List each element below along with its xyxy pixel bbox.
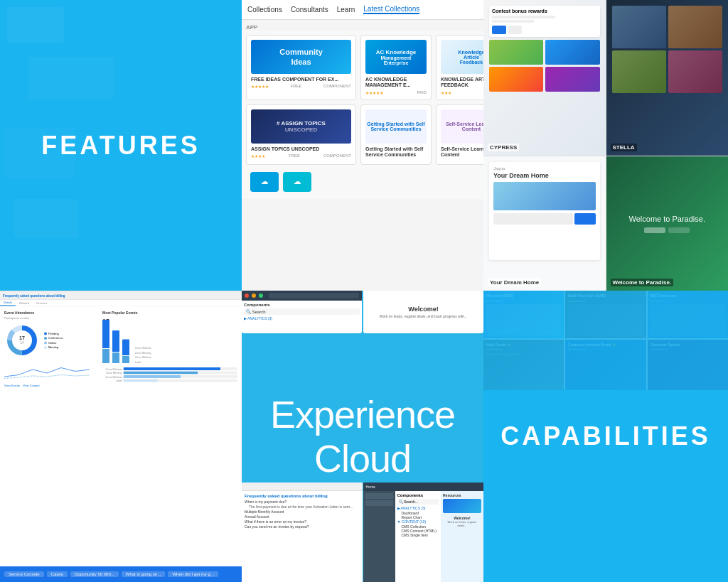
card-ka-stars: ★★★: [441, 90, 451, 95]
donut-legend: Pending Conference Online Meeting: [44, 332, 63, 349]
card-self-service[interactable]: Self-Service Learning Content Self-Servi…: [436, 104, 483, 165]
chart-subtitle: Participants number: [4, 317, 97, 320]
cell-features: FEATURES: [0, 0, 242, 291]
service-console-bar: Service Console Cases Opportunity 50 000…: [0, 566, 242, 582]
view-content-btn[interactable]: View Content: [23, 384, 40, 387]
analytics-scaled: Frequently asked questions about billing…: [0, 291, 242, 437]
card-gs-img: Getting Started with Self Service Commun…: [365, 109, 427, 144]
card-ka-meta: ★★★ FREE: [441, 90, 483, 95]
sf-logo-2: ☁: [283, 172, 311, 192]
svg-text:17: 17: [19, 335, 25, 340]
features-label: FEATURES: [41, 131, 200, 161]
card-at-stars: ★★★★: [251, 153, 265, 158]
chart-title: Event Attendance: [4, 311, 97, 315]
donut-chart-svg: 17 14: [4, 323, 40, 358]
capabilities-label: CAPABILITIES: [500, 421, 710, 451]
tab-versions[interactable]: Versions: [33, 300, 50, 306]
cell-appexchange: Collections Consultants Learn Latest Col…: [242, 0, 483, 291]
card-at-price: FREE: [289, 153, 300, 158]
view-events-btn[interactable]: View Events: [4, 384, 20, 387]
cell-analytics: Frequently asked questions about billing…: [0, 291, 242, 582]
main-grid: FEATURES Collections Consultants Learn L…: [0, 0, 728, 582]
card-ac-knowledge[interactable]: AC Knowledge Management Enterprise AC KN…: [360, 35, 432, 100]
sc-tab-when[interactable]: When did I get my g...: [168, 571, 218, 577]
websites-grid: Contest bonus rewards: [483, 0, 728, 291]
card-at-img: # ASSIGN TOPICS UNSCOPED: [251, 109, 351, 144]
cypress-label: CYPRESS: [488, 144, 519, 151]
card-ss-img: Self-Service Learning Content: [441, 109, 483, 144]
card-ac-meta: ★★★★★ PAID: [365, 90, 427, 95]
card-ka-title: KNOWLEDGE ARTICLE FEEDBACK: [441, 77, 483, 89]
card-ci-stars: ★★★★★: [251, 84, 269, 89]
dream-home-label: Your Dream Home: [488, 279, 541, 286]
cypress-content: Contest bonus rewards: [483, 0, 606, 156]
card-ka-img: Knowledge Article Feedback: [441, 40, 483, 74]
bar-chart-title: Most Popular Events: [102, 311, 237, 315]
paradise-label: Welcome to Paradise.: [611, 279, 674, 286]
card-gs-title: Getting Started with Self Service Commun…: [365, 146, 427, 158]
bar-chart-visual: Zoom Webinar Zoom Meeting Zoom Webinar L…: [102, 328, 237, 363]
cell-capabilities: Microsite (LWR) by Salesforce Build Your…: [483, 291, 728, 582]
community-ideas-title-img: Community Ideas: [279, 47, 323, 68]
card-assign-topics[interactable]: # ASSIGN TOPICS UNSCOPED ASSIGN TOPICS U…: [246, 104, 356, 165]
card-ci-type: COMPONENT: [323, 84, 351, 89]
website-cypress: Contest bonus rewards: [483, 0, 606, 156]
sc-tab-service-console[interactable]: Service Console: [4, 571, 44, 577]
website-stella: STELLA: [606, 0, 729, 156]
card-getting-started[interactable]: Getting Started with Self Service Commun…: [360, 104, 432, 165]
card-ac-img: AC Knowledge Management Enterprise: [365, 40, 427, 74]
appex-cards-first-row: Community Ideas FREE IDEAS COMPONENT FOR…: [242, 31, 483, 199]
card-ss-title: Self-Service Learning Content: [441, 146, 483, 158]
nav-learn[interactable]: Learn: [337, 6, 355, 14]
website-dream-home: Jaqua Your Dream Home Your Dream Home: [483, 156, 606, 291]
cards-row-2: # ASSIGN TOPICS UNSCOPED ASSIGN TOPICS U…: [246, 104, 479, 165]
nav-latest[interactable]: Latest Collections: [363, 5, 419, 14]
mini-number: 15: [102, 318, 237, 325]
line-chart-mini: [4, 362, 90, 380]
stella-label: STELLA: [611, 144, 637, 151]
card-community-ideas-img: Community Ideas: [251, 40, 351, 74]
appex-nav: Collections Consultants Learn Latest Col…: [242, 0, 483, 20]
app-section-label: APP: [242, 20, 483, 31]
sc-tab-whatisgoing[interactable]: What is going on...: [122, 571, 166, 577]
experience-cloud-title: Experience Cloud: [270, 392, 455, 480]
card-at-label: COMPONENT: [323, 153, 351, 158]
bar-chart-area: Most Popular Events 15: [102, 311, 237, 387]
tab-related[interactable]: Related: [16, 300, 33, 306]
community-ideas-text1: Community: [279, 47, 323, 57]
sc-tab-cases[interactable]: Cases: [47, 571, 68, 577]
card-knowledge-article[interactable]: Knowledge Article Feedback KNOWLEDGE ART…: [436, 35, 483, 100]
website-paradise: Welcome to Paradise. Welcome to Paradise…: [606, 156, 729, 291]
community-ideas-text2: Ideas: [279, 57, 323, 67]
nav-consultants[interactable]: Consultants: [291, 6, 328, 14]
card-ac-title: AC KNOWLEDGE MANAGEMENT E...: [365, 77, 427, 89]
at-img-text: # ASSIGN TOPICS UNSCOPED: [277, 120, 326, 133]
sc-tab-opportunity[interactable]: Opportunity 50 000...: [70, 571, 119, 577]
nav-collections[interactable]: Collections: [247, 6, 282, 14]
tab-details[interactable]: Details: [0, 300, 16, 306]
chart-area: Event Attendance Participants number 17 …: [4, 311, 97, 387]
card-ci-title: FREE IDEAS COMPONENT FOR EX...: [251, 77, 351, 82]
ka-img-text: Knowledge Article Feedback: [458, 50, 483, 65]
card-ac-stars: ★★★★★: [365, 90, 383, 95]
cell-websites: Contest bonus rewards: [483, 0, 728, 291]
svg-text:14: 14: [20, 341, 24, 345]
ac-img-text: AC Knowledge Management Enterprise: [376, 49, 416, 65]
exp-top-panels: Components 🔍 Search ▶ ANALYTICS (3) Welc…: [242, 291, 483, 333]
salesforce-logos-row: ☁ ☁: [246, 169, 479, 195]
sf-logo-1: ☁: [250, 172, 279, 192]
cell-experience-cloud: Components 🔍 Search ▶ ANALYTICS (3) Welc…: [242, 291, 483, 582]
cards-row-1: Community Ideas FREE IDEAS COMPONENT FOR…: [246, 35, 479, 100]
card-ci-price: FREE: [290, 84, 301, 89]
card-community-ideas[interactable]: Community Ideas FREE IDEAS COMPONENT FOR…: [246, 35, 356, 100]
exp-bottom-panels: Frequently asked questions about billing…: [242, 483, 483, 582]
card-at-meta: ★★★★ FREE COMPONENT: [251, 153, 351, 158]
card-ci-meta: ★★★★★ FREE COMPONENT: [251, 84, 351, 89]
appexchange-ui: Collections Consultants Learn Latest Col…: [242, 0, 483, 291]
card-at-title: ASSIGN TOPICS UNSCOPED: [251, 146, 351, 152]
card-ac-price: PAID: [417, 90, 427, 95]
